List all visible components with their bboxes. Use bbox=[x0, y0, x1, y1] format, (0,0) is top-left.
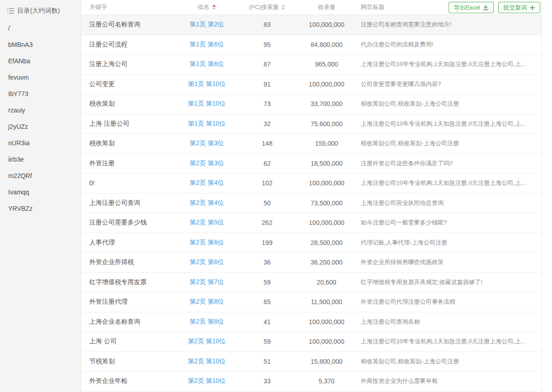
rank-link[interactable]: 第2页 第8位 bbox=[189, 298, 224, 305]
table-row: 税收策划 第1页 第10位 73 33,700,000 税收筹划公司,税收筹划-… bbox=[82, 94, 542, 114]
index-count-cell: 100,000,000 bbox=[300, 21, 353, 28]
directory-item[interactable]: Ivamqq bbox=[0, 184, 81, 200]
search-volume-cell: 102 bbox=[234, 179, 300, 187]
search-volume-sort-control[interactable] bbox=[281, 5, 285, 10]
page-title-cell: 外商投资企业为什么需要年检 bbox=[353, 377, 542, 385]
directory-item[interactable]: fevuvm bbox=[0, 69, 81, 86]
directory-item[interactable]: bMBnA3 bbox=[0, 36, 81, 53]
rank-link[interactable]: 第2页 第3位 bbox=[189, 159, 224, 167]
rank-link[interactable]: 第1页 第10位 bbox=[188, 80, 225, 87]
keyword-cell: 上海企业名称查询 bbox=[82, 318, 179, 326]
keyword-table-panel: 关键字 排名 (PC)搜索量 收录量 网页标题 导出Excel bbox=[82, 0, 542, 392]
search-volume-cell: 62 bbox=[234, 160, 300, 167]
index-count-cell: 75,600,000 bbox=[300, 120, 353, 127]
page-title-cell: 上海注册公司10年专业机构,1天加急注册,0元注册上海公司,上... bbox=[353, 337, 542, 346]
keyword-cell: 节税筹划 bbox=[82, 357, 179, 366]
table-row: 0! 第2页 第4位 102 100,000,000 上海注册公司10年专业机构… bbox=[82, 173, 542, 193]
directory-item[interactable]: m22QRf bbox=[0, 168, 81, 184]
page-title-cell: 上海注册公司10年专业机构,1天加急注册,0元注册上海公司,上... bbox=[353, 120, 542, 128]
index-count-cell: 5,370 bbox=[300, 377, 353, 385]
table-row: 外资注册代理 第2页 第8位 65 11,500,000 外资注册公司代理注册公… bbox=[82, 292, 542, 312]
keyword-cell: 外资注册 bbox=[82, 159, 179, 168]
index-count-cell: 20,600 bbox=[300, 279, 353, 286]
keyword-cell: 注册公司需要多少钱 bbox=[82, 219, 179, 227]
page-title-cell: 税收筹划公司,税收筹划-上海公司注册 bbox=[353, 357, 542, 366]
table-row: 上海企业名称查询 第2页 第8位 41 100,000,000 上海注册公司查询… bbox=[82, 312, 542, 332]
directory-item[interactable]: rzauiy bbox=[0, 102, 81, 118]
rank-link[interactable]: 第2页 第3位 bbox=[189, 139, 224, 147]
keyword-cell: 注册公司流程 bbox=[82, 41, 179, 49]
search-volume-cell: 33 bbox=[234, 377, 300, 385]
sidebar: 目录(大约词数) /bMBnA3EfANbafevuvmIbY773rzauiy… bbox=[0, 0, 81, 392]
keyword-cell: 注册公司名称查询 bbox=[82, 20, 179, 29]
rank-link[interactable]: 第1页 第10位 bbox=[188, 120, 225, 127]
col-header-rank-sort[interactable]: 排名 bbox=[179, 3, 234, 11]
table-body: 注册公司名称查询 第1页 第2位 83 100,000,000 注册公司名称查询… bbox=[82, 15, 542, 392]
page-title-cell: 税收筹划公司,税收筹划-上海公司注册 bbox=[353, 100, 542, 108]
directory-item[interactable]: iirb3e bbox=[0, 151, 81, 168]
table-row: 注册上海公司 第1页 第6位 87 965,000 上海注册公司10年专业机构,… bbox=[82, 55, 542, 75]
directory-item[interactable]: nUR3ia bbox=[0, 135, 81, 151]
index-count-cell: 84,800,000 bbox=[300, 41, 353, 48]
rank-link[interactable]: 第2页 第4位 bbox=[189, 179, 224, 186]
table-row: 红字增值税专用发票 第2页 第7位 59 20,600 红字增值税专用发票开具规… bbox=[82, 273, 542, 293]
rank-link[interactable]: 第1页 第6位 bbox=[189, 60, 224, 67]
search-volume-cell: 36 bbox=[234, 259, 300, 266]
search-volume-cell: 41 bbox=[234, 318, 300, 326]
rank-link[interactable]: 第1页 第2位 bbox=[189, 20, 224, 28]
page-title-cell: 注册外资公司这些条件你满足了吗? bbox=[353, 159, 542, 168]
rank-link[interactable]: 第2页 第10位 bbox=[188, 357, 225, 365]
page-title-cell: 外资企业所得税有哪些优惠政策 bbox=[353, 258, 542, 266]
index-count-cell: 100,000,000 bbox=[300, 219, 353, 226]
table-row: 上海注册公司查询 第2页 第4位 50 73,500,000 上海注册公司营业执… bbox=[82, 193, 542, 214]
keyword-rank-tool: 目录(大约词数) /bMBnA3EfANbafevuvmIbY773rzauiy… bbox=[0, 0, 552, 392]
index-count-cell: 11,500,000 bbox=[300, 298, 353, 305]
page-title-cell: 代办注册公司的流程及费用! bbox=[353, 41, 542, 49]
directory-item[interactable]: j2yUZz bbox=[0, 118, 81, 135]
rank-link[interactable]: 第2页 第6位 bbox=[189, 239, 224, 246]
sort-desc-icon[interactable] bbox=[281, 8, 285, 10]
directory-list: /bMBnA3EfANbafevuvmIbY773rzauiyj2yUZznUR… bbox=[0, 18, 81, 217]
page-title-cell: 上海注册公司查询名称 bbox=[353, 318, 542, 326]
plus-icon bbox=[530, 5, 535, 10]
rank-link[interactable]: 第2页 第5位 bbox=[189, 219, 224, 226]
rank-link[interactable]: 第2页 第8位 bbox=[189, 318, 224, 325]
sort-desc-icon[interactable] bbox=[212, 8, 216, 10]
keyword-cell: 税收策划 bbox=[82, 100, 179, 108]
sidebar-title: 目录(大约词数) bbox=[17, 7, 60, 15]
keyword-cell: 0! bbox=[82, 179, 179, 187]
page-title-cell: 上海注册公司10年专业机构,1天加急注册,0元注册上海公司,上... bbox=[353, 60, 542, 68]
rank-link[interactable]: 第2页 第7位 bbox=[189, 278, 224, 285]
rank-sort-control[interactable] bbox=[212, 5, 216, 10]
page-title-cell: 如今注册公司一般需要多少钱呢? bbox=[353, 219, 542, 227]
rank-link[interactable]: 第2页 第10位 bbox=[188, 337, 225, 345]
search-volume-cell: 32 bbox=[234, 120, 300, 127]
sort-asc-icon[interactable] bbox=[212, 5, 216, 7]
rank-link[interactable]: 第1页 第6位 bbox=[189, 41, 224, 48]
rank-link[interactable]: 第2页 第6位 bbox=[189, 258, 224, 265]
search-volume-cell: 148 bbox=[234, 140, 300, 147]
directory-item[interactable]: / bbox=[0, 20, 81, 36]
page-title-cell: 外资注册公司代理注册公司事务流程 bbox=[353, 298, 542, 306]
index-count-cell: 73,500,000 bbox=[300, 199, 353, 207]
submit-keywords-button[interactable]: 提交新词 bbox=[498, 2, 540, 13]
search-volume-cell: 87 bbox=[234, 61, 300, 68]
table-row: 公司变更 第1页 第10位 91 100,000,000 公司变更需要变更哪几项… bbox=[82, 75, 542, 95]
col-header-search-volume-label: (PC)搜索量 bbox=[249, 3, 279, 11]
rank-link[interactable]: 第2页 第10位 bbox=[188, 377, 225, 384]
directory-item[interactable]: EfANba bbox=[0, 53, 81, 69]
rank-link[interactable]: 第1页 第10位 bbox=[188, 100, 225, 107]
sort-asc-icon[interactable] bbox=[281, 5, 285, 7]
export-excel-button[interactable]: 导出Excel bbox=[449, 2, 494, 13]
search-volume-cell: 199 bbox=[234, 239, 300, 246]
directory-item[interactable]: IbY773 bbox=[0, 86, 81, 102]
col-header-index-count: 收录量 bbox=[300, 3, 353, 11]
col-header-search-volume-sort[interactable]: (PC)搜索量 bbox=[234, 3, 300, 11]
directory-item[interactable]: YRVBZz bbox=[0, 200, 81, 217]
search-volume-cell: 91 bbox=[234, 81, 300, 88]
rank-link[interactable]: 第2页 第4位 bbox=[189, 199, 224, 206]
keyword-cell: 人事代理 bbox=[82, 239, 179, 247]
index-count-cell: 100,000,000 bbox=[300, 338, 353, 345]
search-volume-cell: 95 bbox=[234, 41, 300, 48]
keyword-cell: 公司变更 bbox=[82, 80, 179, 88]
